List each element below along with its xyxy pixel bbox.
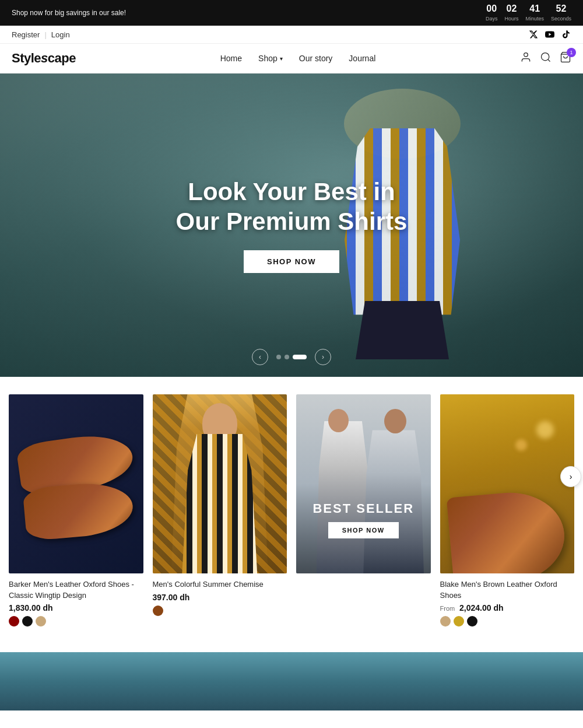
- days-label: Days: [486, 16, 498, 22]
- register-link[interactable]: Register: [12, 30, 40, 39]
- product-card-2[interactable]: Men's Colorful Summer Chemise 397.00 dh: [153, 394, 287, 629]
- product-card-1[interactable]: Barker Men's Leather Oxford Shoes - Clas…: [9, 394, 143, 629]
- product-name-1: Barker Men's Leather Oxford Shoes - Clas…: [9, 579, 143, 600]
- top-banner: Shop now for big savings in our sale! 00…: [0, 0, 583, 26]
- swatch-gold[interactable]: [454, 616, 464, 626]
- svg-point-1: [542, 52, 549, 60]
- hero-prev-button[interactable]: ‹: [252, 349, 268, 365]
- product-swatches-1: [9, 616, 143, 626]
- cart-icon[interactable]: 1: [560, 51, 571, 66]
- minutes-value: 41: [525, 4, 544, 14]
- seconds-label: Seconds: [551, 16, 571, 22]
- products-section: Barker Men's Leather Oxford Shoes - Clas…: [0, 377, 583, 646]
- countdown-hours: 02 Hours: [504, 4, 518, 22]
- main-nav: Home Shop ▾ Our story Journal: [220, 54, 376, 63]
- main-header: Stylescape Home Shop ▾ Our story Journal: [0, 44, 583, 74]
- hero-dots: [276, 355, 307, 359]
- product-info-1: Barker Men's Leather Oxford Shoes - Clas…: [9, 573, 143, 628]
- secondary-nav: Register | Login: [0, 26, 583, 44]
- hero-title: Look Your Best in Our Premium Shirts: [176, 177, 408, 236]
- swatch-black-2[interactable]: [467, 616, 477, 626]
- product-info-2: Men's Colorful Summer Chemise 397.00 dh: [153, 573, 287, 618]
- product-swatches-4: [440, 616, 575, 626]
- nav-journal[interactable]: Journal: [349, 54, 375, 63]
- hero-controls: ‹ ›: [252, 349, 331, 365]
- hero-section: Look Your Best in Our Premium Shirts SHO…: [0, 74, 583, 377]
- social-icons: [528, 29, 571, 40]
- auth-links: Register | Login: [12, 30, 70, 39]
- separator: |: [44, 30, 46, 39]
- products-next-button[interactable]: ›: [560, 466, 581, 487]
- youtube-icon[interactable]: [545, 29, 555, 40]
- hero-dot-1[interactable]: [276, 355, 281, 359]
- nav-our-story[interactable]: Our story: [299, 54, 333, 63]
- product-info-4: Blake Men's Brown Leather Oxford Shoes F…: [440, 573, 575, 628]
- swatch-brown[interactable]: [153, 606, 163, 616]
- login-link[interactable]: Login: [51, 30, 70, 39]
- hours-label: Hours: [504, 16, 518, 22]
- product-price-2: 397.00 dh: [153, 593, 287, 602]
- bottom-teaser: [0, 652, 583, 710]
- best-seller-badge: BEST SELLER SHOP NOW: [296, 501, 431, 538]
- swatch-tan[interactable]: [36, 616, 46, 626]
- svg-point-0: [524, 52, 528, 57]
- nav-shop[interactable]: Shop ▾: [258, 54, 283, 63]
- product-name-2: Men's Colorful Summer Chemise: [153, 579, 287, 590]
- hero-dot-2[interactable]: [285, 355, 289, 359]
- best-seller-shop-btn[interactable]: SHOP NOW: [328, 522, 399, 538]
- header-icons: 1: [520, 51, 571, 66]
- products-grid: Barker Men's Leather Oxford Shoes - Clas…: [9, 394, 574, 629]
- product-image-4: [440, 394, 575, 573]
- minutes-label: Minutes: [525, 16, 544, 22]
- hero-next-button[interactable]: ›: [315, 349, 331, 365]
- swatch-red[interactable]: [9, 616, 19, 626]
- countdown-seconds: 52 Seconds: [551, 4, 571, 22]
- seconds-value: 52: [551, 4, 571, 14]
- product-image-1: [9, 394, 143, 573]
- product-name-4: Blake Men's Brown Leather Oxford Shoes: [440, 579, 575, 600]
- product-swatches-2: [153, 606, 287, 616]
- product-image-2: [153, 394, 287, 573]
- countdown: 00 Days 02 Hours 41 Minutes 52 Seconds: [486, 4, 571, 22]
- product-image-3: BEST SELLER SHOP NOW: [296, 394, 431, 573]
- nav-home[interactable]: Home: [220, 54, 242, 63]
- hero-dot-3[interactable]: [293, 355, 307, 359]
- swatch-tan-2[interactable]: [440, 616, 451, 626]
- tiktok-icon[interactable]: [561, 29, 571, 40]
- hero-shop-now-button[interactable]: SHOP NOW: [244, 250, 339, 273]
- product-card-4[interactable]: Blake Men's Brown Leather Oxford Shoes F…: [440, 394, 575, 629]
- hours-value: 02: [504, 4, 518, 14]
- days-value: 00: [486, 4, 498, 14]
- cart-count: 1: [567, 48, 576, 57]
- countdown-minutes: 41 Minutes: [525, 4, 544, 22]
- swatch-black[interactable]: [22, 616, 33, 626]
- twitter-x-icon[interactable]: [528, 29, 539, 40]
- hero-content: Look Your Best in Our Premium Shirts SHO…: [176, 177, 408, 273]
- logo[interactable]: Stylescape: [12, 51, 76, 66]
- account-icon[interactable]: [520, 51, 532, 66]
- product-price-1: 1,830.00 dh: [9, 603, 143, 612]
- logo-text: Stylescape: [12, 51, 76, 65]
- chevron-down-icon: ▾: [280, 55, 283, 62]
- product-price-4: From 2,024.00 dh: [440, 603, 575, 612]
- banner-message: Shop now for big savings in our sale!: [12, 9, 126, 17]
- product-card-3[interactable]: BEST SELLER SHOP NOW: [296, 394, 431, 629]
- countdown-days: 00 Days: [486, 4, 498, 22]
- search-icon[interactable]: [540, 51, 552, 66]
